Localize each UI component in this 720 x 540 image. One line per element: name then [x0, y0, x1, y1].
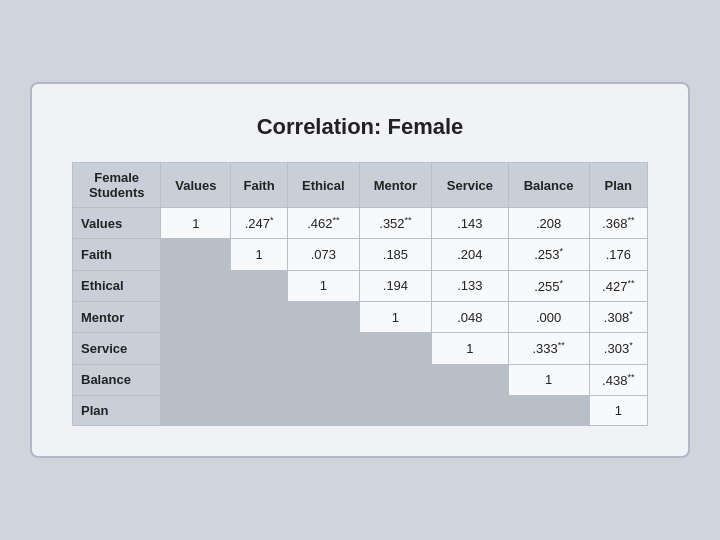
- cell-5-2: [287, 364, 359, 395]
- col-header-7: Plan: [589, 163, 647, 208]
- cell-1-2: .073: [287, 239, 359, 270]
- cell-5-6: .438**: [589, 364, 647, 395]
- cell-1-5: .253*: [508, 239, 589, 270]
- cell-6-1: [231, 395, 288, 425]
- cell-5-5: 1: [508, 364, 589, 395]
- table-row: Mentor1.048.000.308*: [73, 302, 648, 333]
- page-title: Correlation: Female: [72, 114, 648, 140]
- col-header-2: Faith: [231, 163, 288, 208]
- cell-2-6: .427**: [589, 270, 647, 301]
- cell-3-6: .308*: [589, 302, 647, 333]
- cell-1-3: .185: [359, 239, 432, 270]
- cell-1-6: .176: [589, 239, 647, 270]
- col-header-0: FemaleStudents: [73, 163, 161, 208]
- cell-2-4: .133: [432, 270, 508, 301]
- cell-1-0: [161, 239, 231, 270]
- cell-4-0: [161, 333, 231, 364]
- cell-4-1: [231, 333, 288, 364]
- row-label-4: Service: [73, 333, 161, 364]
- col-header-4: Mentor: [359, 163, 432, 208]
- cell-1-1: 1: [231, 239, 288, 270]
- table-row: Plan1: [73, 395, 648, 425]
- table-row: Balance1.438**: [73, 364, 648, 395]
- cell-3-1: [231, 302, 288, 333]
- cell-6-5: [508, 395, 589, 425]
- cell-0-6: .368**: [589, 208, 647, 239]
- cell-2-0: [161, 270, 231, 301]
- cell-4-6: .303*: [589, 333, 647, 364]
- correlation-table: FemaleStudents Values Faith Ethical Ment…: [72, 162, 648, 426]
- row-label-2: Ethical: [73, 270, 161, 301]
- cell-4-3: [359, 333, 432, 364]
- cell-6-0: [161, 395, 231, 425]
- cell-0-4: .143: [432, 208, 508, 239]
- col-header-5: Service: [432, 163, 508, 208]
- table-row: Values1.247*.462**.352**.143.208.368**: [73, 208, 648, 239]
- cell-5-0: [161, 364, 231, 395]
- table-row: Service1.333**.303*: [73, 333, 648, 364]
- cell-5-4: [432, 364, 508, 395]
- cell-0-3: .352**: [359, 208, 432, 239]
- cell-5-1: [231, 364, 288, 395]
- cell-3-3: 1: [359, 302, 432, 333]
- cell-2-3: .194: [359, 270, 432, 301]
- cell-3-2: [287, 302, 359, 333]
- col-header-1: Values: [161, 163, 231, 208]
- cell-6-4: [432, 395, 508, 425]
- table-row: Faith1.073.185.204.253*.176: [73, 239, 648, 270]
- col-header-3: Ethical: [287, 163, 359, 208]
- cell-2-5: .255*: [508, 270, 589, 301]
- cell-3-0: [161, 302, 231, 333]
- cell-0-0: 1: [161, 208, 231, 239]
- cell-3-4: .048: [432, 302, 508, 333]
- cell-4-4: 1: [432, 333, 508, 364]
- card: Correlation: Female FemaleStudents Value…: [30, 82, 690, 458]
- cell-0-1: .247*: [231, 208, 288, 239]
- cell-5-3: [359, 364, 432, 395]
- cell-0-2: .462**: [287, 208, 359, 239]
- table-row: Ethical1.194.133.255*.427**: [73, 270, 648, 301]
- col-header-6: Balance: [508, 163, 589, 208]
- cell-6-2: [287, 395, 359, 425]
- cell-6-3: [359, 395, 432, 425]
- cell-3-5: .000: [508, 302, 589, 333]
- row-label-3: Mentor: [73, 302, 161, 333]
- cell-4-5: .333**: [508, 333, 589, 364]
- cell-2-2: 1: [287, 270, 359, 301]
- row-label-6: Plan: [73, 395, 161, 425]
- cell-4-2: [287, 333, 359, 364]
- row-label-1: Faith: [73, 239, 161, 270]
- row-label-0: Values: [73, 208, 161, 239]
- cell-1-4: .204: [432, 239, 508, 270]
- row-label-5: Balance: [73, 364, 161, 395]
- cell-2-1: [231, 270, 288, 301]
- cell-0-5: .208: [508, 208, 589, 239]
- cell-6-6: 1: [589, 395, 647, 425]
